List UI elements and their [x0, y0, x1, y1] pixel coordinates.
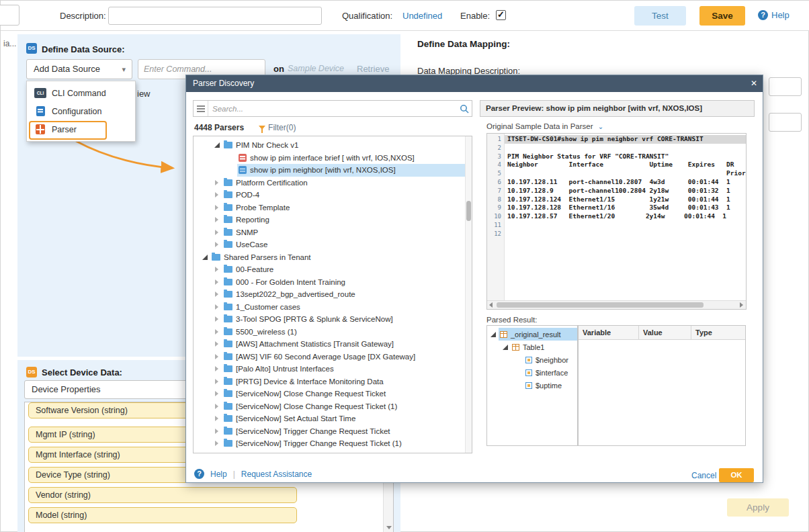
parser-tree-row[interactable]: Platform Certification: [194, 177, 472, 189]
ok-button[interactable]: OK: [719, 468, 754, 482]
search-icon[interactable]: [457, 103, 472, 114]
tree-expander-icon[interactable]: [214, 365, 221, 372]
parser-tree-row[interactable]: [AWS] VIF 60 Second Average Usage [DX Ga…: [194, 351, 472, 363]
result-tree-row[interactable]: $uptime: [487, 379, 577, 392]
tree-expander-icon[interactable]: [515, 357, 523, 363]
filter-button[interactable]: Filter(0): [259, 123, 296, 132]
result-tree-row[interactable]: _original_result: [487, 328, 577, 341]
qualification-value-link[interactable]: Undefined: [402, 11, 442, 21]
result-tree-row[interactable]: $interface: [487, 366, 577, 379]
apply-button[interactable]: Apply: [727, 498, 789, 517]
parser-tree-row[interactable]: [ServiceNow] Close Change Request Ticket: [194, 388, 472, 400]
scroll-left-icon[interactable]: [487, 301, 496, 309]
tree-expander-icon[interactable]: [214, 428, 221, 435]
parser-tree-row[interactable]: POD-4: [194, 189, 472, 202]
tree-expander-icon[interactable]: [214, 216, 221, 223]
truncated-name-field[interactable]: [0, 5, 19, 26]
tree-expander-icon[interactable]: [515, 369, 523, 376]
tree-scrollbar[interactable]: [465, 136, 472, 453]
scroll-down-button[interactable]: [384, 522, 393, 532]
parser-tree-row[interactable]: [ServiceNow] Close Change Request Ticket…: [194, 400, 472, 413]
parser-tree-row[interactable]: Reporting: [194, 214, 472, 226]
parser-tree-row[interactable]: Probe Template: [194, 202, 472, 214]
tree-expander-icon[interactable]: [490, 331, 497, 338]
tree-expander-icon[interactable]: [214, 142, 221, 148]
tree-expander-icon[interactable]: [214, 229, 221, 236]
enable-checkbox[interactable]: [496, 10, 506, 20]
tree-expander-icon[interactable]: [214, 266, 221, 273]
tree-node-icon: [224, 179, 232, 186]
sample-data-label[interactable]: Original Sample Data in Parser ⌄: [486, 122, 603, 130]
tree-expander-icon[interactable]: [214, 291, 221, 298]
description-input[interactable]: [108, 7, 322, 25]
parser-tree-row[interactable]: 5500_wireless (1): [194, 326, 472, 339]
device-property-item[interactable]: Vendor (string): [28, 487, 297, 503]
search-input[interactable]: [208, 105, 457, 113]
parser-tree-row[interactable]: 00-Feature: [194, 263, 472, 276]
tree-expander-icon[interactable]: [214, 316, 221, 322]
request-assistance-link[interactable]: Request Assistance: [241, 470, 312, 479]
parser-tree-row[interactable]: show ip pim interface brief [ with vrf, …: [194, 152, 472, 165]
save-button[interactable]: Save: [699, 6, 745, 26]
retrieve-button[interactable]: Retrieve: [357, 64, 389, 74]
test-button[interactable]: Test: [634, 6, 686, 26]
tree-expander-icon[interactable]: [214, 390, 221, 397]
tree-expander-icon[interactable]: [214, 353, 221, 360]
tree-node-label: [ServiceNow] Close Change Request Ticket: [236, 390, 386, 398]
top-help-link[interactable]: ? Help: [758, 10, 790, 20]
tree-expander-icon[interactable]: [228, 167, 236, 173]
tree-expander-icon[interactable]: [214, 241, 221, 248]
data-mapping-field-partial-2[interactable]: [769, 113, 802, 132]
tree-expander-icon[interactable]: [214, 304, 221, 310]
menu-item-label: Configuration: [52, 107, 101, 116]
add-data-source-dropdown[interactable]: Add Data Source ▾: [26, 59, 132, 79]
search-options-icon[interactable]: [194, 101, 208, 116]
tree-expander-icon[interactable]: [214, 328, 221, 335]
parser-tree-row[interactable]: 3-Tool SPOG [PRTG & Splunk & ServiceNow]: [194, 313, 472, 326]
tree-expander-icon[interactable]: [214, 403, 221, 410]
parser-tree-row[interactable]: 000 - For Golden Intent Training: [194, 276, 472, 289]
cancel-button[interactable]: Cancel: [691, 471, 716, 480]
tree-expander-icon[interactable]: [502, 344, 509, 351]
tree-expander-icon[interactable]: [202, 254, 209, 261]
tree-expander-icon[interactable]: [515, 382, 523, 389]
device-property-item[interactable]: Model (string): [28, 507, 297, 523]
parser-tree-row[interactable]: SNMP: [194, 226, 472, 239]
tree-expander-icon[interactable]: [214, 440, 221, 447]
parser-tree-row[interactable]: PIM Nbr Check v1: [194, 139, 472, 152]
tree-expander-icon[interactable]: [228, 154, 236, 161]
code-horizontal-scrollbar[interactable]: [487, 300, 746, 309]
close-icon[interactable]: ✕: [751, 75, 757, 92]
scroll-right-icon[interactable]: [737, 301, 746, 309]
tree-expander-icon[interactable]: [214, 415, 221, 422]
parser-tree-row[interactable]: [AWS] Attachment Statistics [Transit Gat…: [194, 338, 472, 351]
parser-tree-row[interactable]: show ip pim neighbor [with vrf, NXOS,IOS…: [194, 164, 472, 177]
parser-tree-row[interactable]: [ServiceNow] Trigger Change Request Tick…: [194, 425, 472, 438]
parser-tree-row[interactable]: UseCase: [194, 238, 472, 251]
menu-item[interactable]: CLI CLI Command: [27, 84, 135, 102]
tree-expander-icon[interactable]: [214, 191, 221, 198]
result-tree-row[interactable]: $neighbor: [487, 353, 577, 366]
parser-tree-row[interactable]: [ServiceNow] Set Actual Start Time: [194, 412, 472, 425]
tree-expander-icon[interactable]: [214, 279, 221, 285]
parser-tree-row[interactable]: 1_Customer cases: [194, 301, 472, 314]
scrollbar-thumb[interactable]: [497, 302, 704, 308]
parser-tree-row[interactable]: [ServiceNow] Trigger Change Request Tick…: [194, 437, 472, 450]
parser-tree-row[interactable]: [Palo Alto] Untrust Interfaces: [194, 363, 472, 375]
parser-tree-row[interactable]: [PRTG] Device & Interface Monitoring Dat…: [194, 375, 472, 388]
data-mapping-field-partial[interactable]: [769, 77, 802, 96]
tree-expander-icon[interactable]: [214, 204, 221, 211]
parser-tree-row[interactable]: 13sept2022_bgp_advertised_route: [194, 288, 472, 301]
tree-expander-icon[interactable]: [214, 378, 221, 385]
tree-expander-icon[interactable]: [214, 341, 221, 347]
menu-item[interactable]: Parser: [27, 120, 135, 138]
parser-tree-row[interactable]: Shared Parsers in Tenant: [194, 251, 472, 264]
menu-item[interactable]: Configuration: [27, 102, 135, 120]
result-tree-row[interactable]: Table1: [487, 341, 577, 353]
tree-row-body: show ip pim interface brief [ with vrf, …: [237, 152, 472, 165]
sample-device-input[interactable]: Sample Device: [288, 64, 344, 73]
tree-scrollbar-thumb[interactable]: [466, 201, 471, 221]
tree-expander-icon[interactable]: [214, 179, 221, 186]
tree-row-body: show ip pim neighbor [with vrf, NXOS,IOS…: [237, 164, 472, 177]
modal-help-link[interactable]: Help: [210, 470, 227, 479]
